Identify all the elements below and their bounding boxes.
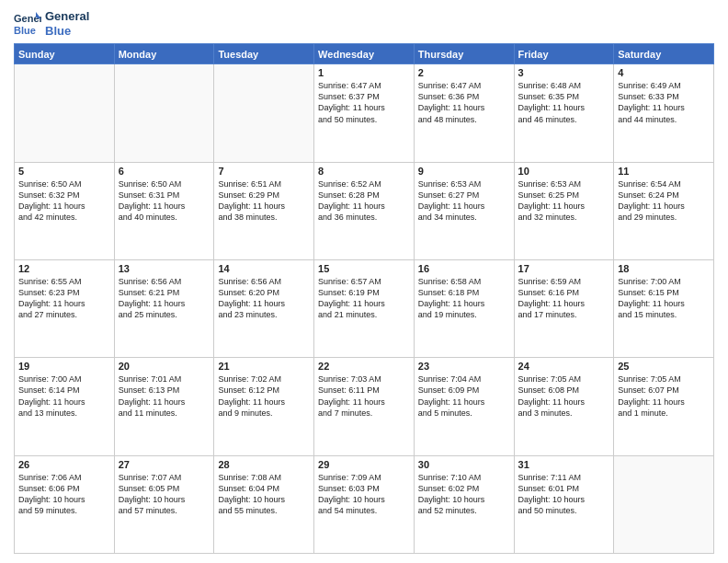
day-number: 8 [318, 166, 410, 177]
day-number: 16 [418, 263, 510, 274]
day-number: 26 [18, 459, 110, 470]
calendar-cell: 7Sunrise: 6:51 AM Sunset: 6:29 PM Daylig… [214, 162, 314, 259]
logo: General Blue GeneralBlue [14, 9, 89, 38]
calendar-week-2: 5Sunrise: 6:50 AM Sunset: 6:32 PM Daylig… [15, 162, 714, 259]
day-number: 3 [518, 67, 610, 78]
day-number: 11 [618, 166, 710, 177]
calendar-cell: 24Sunrise: 7:05 AM Sunset: 6:08 PM Dayli… [514, 358, 614, 455]
day-number: 29 [318, 459, 410, 470]
calendar-cell: 28Sunrise: 7:08 AM Sunset: 6:04 PM Dayli… [214, 455, 314, 553]
calendar-cell: 3Sunrise: 6:48 AM Sunset: 6:35 PM Daylig… [514, 64, 614, 162]
header: General Blue GeneralBlue [14, 9, 714, 38]
calendar-cell: 29Sunrise: 7:09 AM Sunset: 6:03 PM Dayli… [314, 455, 415, 553]
day-info: Sunrise: 7:10 AM Sunset: 6:02 PM Dayligh… [418, 472, 510, 517]
calendar-cell: 16Sunrise: 6:58 AM Sunset: 6:18 PM Dayli… [414, 259, 514, 357]
day-info: Sunrise: 7:09 AM Sunset: 6:03 PM Dayligh… [318, 472, 410, 517]
calendar-cell: 11Sunrise: 6:54 AM Sunset: 6:24 PM Dayli… [614, 162, 714, 259]
day-number: 20 [119, 361, 210, 372]
day-info: Sunrise: 7:11 AM Sunset: 6:01 PM Dayligh… [518, 472, 610, 517]
day-number: 15 [318, 263, 410, 274]
day-number: 30 [418, 459, 510, 470]
weekday-header-tuesday: Tuesday [214, 44, 314, 64]
calendar-cell: 27Sunrise: 7:07 AM Sunset: 6:05 PM Dayli… [114, 455, 214, 553]
calendar-cell: 26Sunrise: 7:06 AM Sunset: 6:06 PM Dayli… [15, 455, 115, 553]
logo-line2: Blue [45, 24, 89, 39]
calendar-cell: 31Sunrise: 7:11 AM Sunset: 6:01 PM Dayli… [514, 455, 614, 553]
calendar-cell: 6Sunrise: 6:50 AM Sunset: 6:31 PM Daylig… [114, 162, 214, 259]
day-number: 5 [18, 166, 110, 177]
day-info: Sunrise: 6:49 AM Sunset: 6:33 PM Dayligh… [618, 80, 710, 125]
logo-line1: General [45, 9, 89, 24]
calendar-cell: 12Sunrise: 6:55 AM Sunset: 6:23 PM Dayli… [15, 259, 115, 357]
calendar-cell: 18Sunrise: 7:00 AM Sunset: 6:15 PM Dayli… [614, 259, 714, 357]
day-info: Sunrise: 6:53 AM Sunset: 6:27 PM Dayligh… [418, 178, 510, 224]
day-number: 23 [418, 361, 510, 372]
day-number: 14 [218, 263, 310, 274]
day-info: Sunrise: 6:53 AM Sunset: 6:25 PM Dayligh… [518, 178, 610, 224]
calendar-table: SundayMondayTuesdayWednesdayThursdayFrid… [14, 43, 714, 554]
calendar-cell: 8Sunrise: 6:52 AM Sunset: 6:28 PM Daylig… [314, 162, 415, 259]
day-info: Sunrise: 6:47 AM Sunset: 6:36 PM Dayligh… [418, 80, 510, 125]
calendar-cell: 20Sunrise: 7:01 AM Sunset: 6:13 PM Dayli… [114, 358, 214, 455]
day-number: 6 [119, 166, 210, 177]
calendar-cell: 1Sunrise: 6:47 AM Sunset: 6:37 PM Daylig… [314, 64, 415, 162]
day-info: Sunrise: 7:05 AM Sunset: 6:07 PM Dayligh… [618, 373, 710, 419]
calendar-cell: 13Sunrise: 6:56 AM Sunset: 6:21 PM Dayli… [114, 259, 214, 357]
calendar-cell: 14Sunrise: 6:56 AM Sunset: 6:20 PM Dayli… [214, 259, 314, 357]
page: General Blue GeneralBlue SundayMondayTue… [0, 0, 728, 563]
calendar-cell: 17Sunrise: 6:59 AM Sunset: 6:16 PM Dayli… [514, 259, 614, 357]
calendar-cell [614, 455, 714, 553]
day-number: 27 [119, 459, 210, 470]
day-info: Sunrise: 6:56 AM Sunset: 6:20 PM Dayligh… [218, 276, 310, 321]
day-info: Sunrise: 6:52 AM Sunset: 6:28 PM Dayligh… [318, 178, 410, 224]
day-number: 9 [418, 166, 510, 177]
day-info: Sunrise: 7:00 AM Sunset: 6:15 PM Dayligh… [618, 276, 710, 321]
logo-text: GeneralBlue [45, 9, 89, 38]
weekday-header-sunday: Sunday [15, 44, 115, 64]
day-info: Sunrise: 7:02 AM Sunset: 6:12 PM Dayligh… [218, 373, 310, 419]
calendar-cell: 25Sunrise: 7:05 AM Sunset: 6:07 PM Dayli… [614, 358, 714, 455]
calendar-cell: 19Sunrise: 7:00 AM Sunset: 6:14 PM Dayli… [15, 358, 115, 455]
day-number: 12 [18, 263, 110, 274]
logo-icon: General Blue [14, 10, 41, 38]
day-info: Sunrise: 6:51 AM Sunset: 6:29 PM Dayligh… [218, 178, 310, 224]
calendar-cell [15, 64, 115, 162]
weekday-header-thursday: Thursday [414, 44, 514, 64]
day-info: Sunrise: 6:56 AM Sunset: 6:21 PM Dayligh… [119, 276, 210, 321]
day-info: Sunrise: 7:01 AM Sunset: 6:13 PM Dayligh… [119, 373, 210, 419]
day-info: Sunrise: 6:54 AM Sunset: 6:24 PM Dayligh… [618, 178, 710, 224]
day-number: 22 [318, 361, 410, 372]
calendar-cell: 9Sunrise: 6:53 AM Sunset: 6:27 PM Daylig… [414, 162, 514, 259]
day-number: 18 [618, 263, 710, 274]
calendar-cell: 23Sunrise: 7:04 AM Sunset: 6:09 PM Dayli… [414, 358, 514, 455]
calendar-cell: 30Sunrise: 7:10 AM Sunset: 6:02 PM Dayli… [414, 455, 514, 553]
day-info: Sunrise: 7:04 AM Sunset: 6:09 PM Dayligh… [418, 373, 510, 419]
day-number: 13 [119, 263, 210, 274]
calendar-cell: 15Sunrise: 6:57 AM Sunset: 6:19 PM Dayli… [314, 259, 415, 357]
calendar-cell: 22Sunrise: 7:03 AM Sunset: 6:11 PM Dayli… [314, 358, 415, 455]
day-info: Sunrise: 6:57 AM Sunset: 6:19 PM Dayligh… [318, 276, 410, 321]
day-number: 25 [618, 361, 710, 372]
day-info: Sunrise: 7:05 AM Sunset: 6:08 PM Dayligh… [518, 373, 610, 419]
weekday-header-monday: Monday [114, 44, 214, 64]
day-number: 10 [518, 166, 610, 177]
day-number: 7 [218, 166, 310, 177]
day-number: 24 [518, 361, 610, 372]
day-number: 21 [218, 361, 310, 372]
day-info: Sunrise: 7:03 AM Sunset: 6:11 PM Dayligh… [318, 373, 410, 419]
calendar-week-3: 12Sunrise: 6:55 AM Sunset: 6:23 PM Dayli… [15, 259, 714, 357]
day-number: 17 [518, 263, 610, 274]
calendar-week-5: 26Sunrise: 7:06 AM Sunset: 6:06 PM Dayli… [15, 455, 714, 553]
calendar-cell: 21Sunrise: 7:02 AM Sunset: 6:12 PM Dayli… [214, 358, 314, 455]
calendar-cell: 10Sunrise: 6:53 AM Sunset: 6:25 PM Dayli… [514, 162, 614, 259]
calendar-week-1: 1Sunrise: 6:47 AM Sunset: 6:37 PM Daylig… [15, 64, 714, 162]
weekday-header-wednesday: Wednesday [314, 44, 415, 64]
svg-text:Blue: Blue [14, 25, 36, 36]
day-number: 31 [518, 459, 610, 470]
weekday-header-saturday: Saturday [614, 44, 714, 64]
day-number: 28 [218, 459, 310, 470]
calendar-header-row: SundayMondayTuesdayWednesdayThursdayFrid… [15, 44, 714, 64]
day-number: 2 [418, 67, 510, 78]
day-number: 19 [18, 361, 110, 372]
calendar-cell [114, 64, 214, 162]
